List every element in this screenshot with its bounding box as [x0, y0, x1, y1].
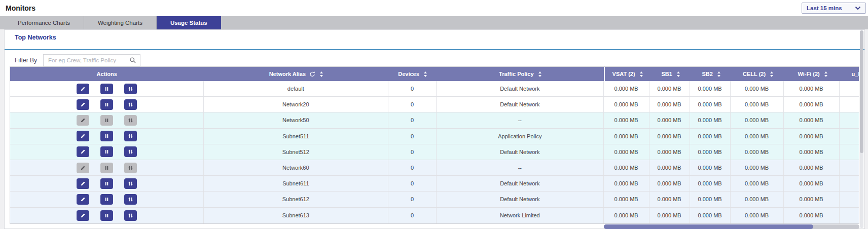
table-row: default 0 Default Network 0.000 MB 0.000… [10, 81, 859, 97]
pause-icon [103, 133, 110, 139]
tab-usage-status[interactable]: Usage Status [157, 16, 221, 29]
pause-icon [103, 180, 110, 187]
sort-icon[interactable] [717, 71, 720, 77]
arrows-up-down-icon [127, 212, 134, 219]
updown-button[interactable] [124, 210, 137, 221]
arrows-up-down-icon [127, 196, 134, 203]
edit-button[interactable] [77, 163, 89, 173]
panel-title: Top Networks [15, 34, 56, 41]
arrows-up-down-icon [127, 133, 134, 139]
usage-cell-wifi: 0.000 MB [784, 208, 840, 223]
pause-button[interactable] [100, 194, 113, 205]
usage-cell-sb1: 0.000 MB [649, 208, 690, 223]
sort-icon[interactable] [640, 71, 643, 77]
devices-cell: 0 [388, 160, 437, 175]
usage-cell-wifi: 0.000 MB [784, 112, 840, 128]
sort-icon[interactable] [824, 71, 827, 77]
column-header-cell[interactable]: CELL (2) [732, 67, 785, 81]
sort-icon[interactable] [677, 71, 680, 77]
network-alias-cell: Subnet613 [204, 208, 389, 223]
updown-button[interactable] [124, 178, 137, 189]
vertical-scrollbar[interactable] [860, 30, 863, 228]
edit-button[interactable] [77, 146, 89, 157]
search-icon[interactable] [129, 57, 136, 64]
column-header-vsat[interactable]: VSAT (2) [605, 67, 650, 81]
horizontal-scrollbar-thumb[interactable] [604, 224, 813, 229]
actions-cell [10, 160, 204, 175]
pause-button[interactable] [100, 178, 113, 189]
arrows-up-down-icon [127, 117, 134, 124]
column-header-sb1[interactable]: SB1 [650, 67, 691, 81]
column-header-u-et[interactable]: u_Et [841, 67, 859, 81]
sort-icon[interactable] [424, 71, 427, 77]
sort-icon[interactable] [538, 71, 541, 77]
usage-cell-u-et: 0.000 MB [840, 129, 859, 144]
edit-icon [80, 180, 86, 187]
sort-icon[interactable] [320, 71, 323, 77]
refresh-icon[interactable] [309, 71, 315, 77]
edit-icon [80, 196, 86, 203]
usage-cell-sb2: 0.000 MB [690, 144, 731, 160]
pause-button[interactable] [100, 163, 113, 173]
traffic-policy-cell: Default Network [437, 192, 604, 207]
pause-button[interactable] [100, 146, 113, 157]
updown-button[interactable] [124, 194, 137, 205]
updown-button[interactable] [124, 115, 137, 126]
traffic-policy-cell: Network Limited [437, 208, 604, 223]
pause-button[interactable] [100, 84, 113, 94]
updown-button[interactable] [124, 146, 137, 157]
sort-icon[interactable] [770, 71, 773, 77]
scrollable-cells-viewport: 0.000 MB 0.000 MB 0.000 MB 0.000 MB 0.00… [604, 192, 859, 207]
edit-button[interactable] [77, 131, 89, 141]
usage-cell-vsat: 0.000 MB [604, 129, 649, 144]
column-header-devices[interactable]: Devices [388, 67, 437, 81]
usage-cell-vsat: 0.000 MB [604, 208, 649, 223]
actions-cell [10, 176, 204, 191]
edit-button[interactable] [77, 178, 89, 189]
pause-button[interactable] [100, 210, 113, 221]
usage-cell-u-et: 0.000 MB [840, 192, 859, 207]
usage-cell-vsat: 0.000 MB [604, 192, 649, 207]
column-header-sb2[interactable]: SB2 [691, 67, 732, 81]
tab-weighting-charts[interactable]: Weighting Charts [84, 16, 157, 29]
scrollable-cells-viewport: 0.000 MB 0.000 MB 0.000 MB 0.000 MB 0.00… [604, 160, 859, 175]
table-row: Network20 0 Default Network 0.000 MB 0.0… [10, 97, 859, 112]
edit-button[interactable] [77, 99, 89, 110]
edit-icon [80, 86, 86, 92]
edit-button[interactable] [77, 194, 89, 205]
tab-performance-charts[interactable]: Performance Charts [4, 16, 84, 29]
pause-button[interactable] [100, 99, 113, 110]
updown-button[interactable] [124, 99, 137, 110]
updown-button[interactable] [124, 131, 137, 141]
time-range-select[interactable]: Last 15 mins [802, 3, 866, 14]
scrollable-cells-viewport: 0.000 MB 0.000 MB 0.000 MB 0.000 MB 0.00… [604, 129, 859, 144]
column-header-network-alias[interactable]: Network Alias [204, 67, 389, 81]
updown-button[interactable] [124, 163, 137, 173]
pause-button[interactable] [100, 131, 113, 141]
filter-input[interactable] [48, 57, 129, 63]
horizontal-scrollbar[interactable] [604, 224, 859, 229]
edit-button[interactable] [77, 115, 89, 126]
pause-icon [103, 212, 110, 219]
pause-icon [103, 165, 110, 171]
updown-button[interactable] [124, 84, 137, 94]
column-header-traffic-policy[interactable]: Traffic Policy [437, 67, 604, 81]
usage-cell-sb2: 0.000 MB [690, 97, 731, 112]
usage-cell-vsat: 0.000 MB [604, 144, 649, 160]
arrows-up-down-icon [127, 180, 134, 187]
usage-cell-sb2: 0.000 MB [690, 160, 731, 175]
table-body: default 0 Default Network 0.000 MB 0.000… [10, 81, 859, 223]
usage-cell-sb1: 0.000 MB [649, 144, 690, 160]
edit-button[interactable] [77, 210, 89, 221]
table-row: Network60 0 -- 0.000 MB 0.000 MB 0.000 M… [10, 160, 859, 176]
actions-cell [10, 144, 204, 160]
edit-icon [80, 165, 86, 171]
pause-icon [103, 101, 110, 108]
vertical-scrollbar-thumb[interactable] [860, 30, 863, 153]
column-header-wifi[interactable]: Wi-Fi (2) [785, 67, 841, 81]
usage-cell-vsat: 0.000 MB [604, 112, 649, 128]
arrows-up-down-icon [127, 101, 134, 108]
scrollable-header-viewport: VSAT (2) SB1 SB2 CELL (2) [604, 67, 859, 81]
edit-button[interactable] [77, 84, 89, 94]
pause-button[interactable] [100, 115, 113, 126]
